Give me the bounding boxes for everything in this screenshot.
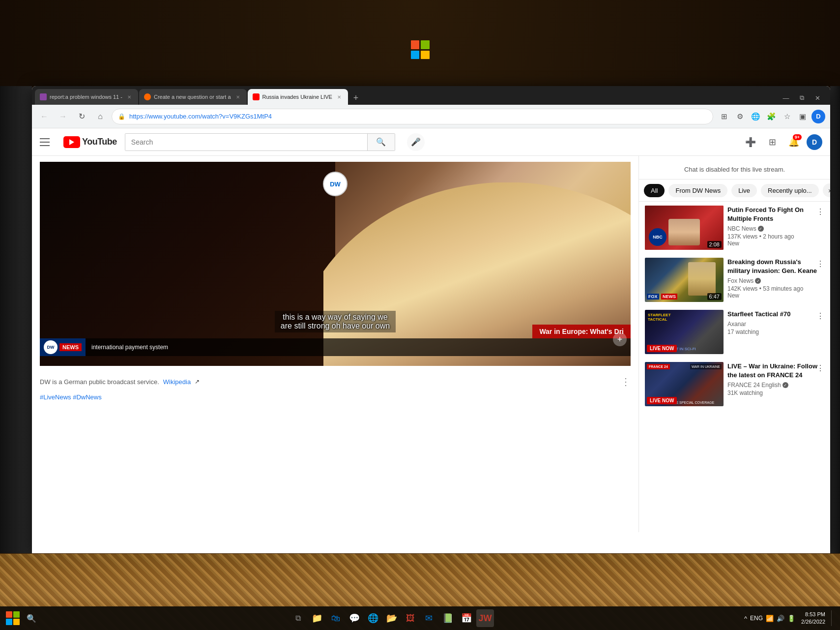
taskbar-language-icon: ENG <box>750 615 763 622</box>
hidden-icons-button[interactable]: ^ <box>744 615 747 622</box>
tab-2-close[interactable]: ✕ <box>234 93 242 101</box>
forward-button[interactable]: → <box>56 109 70 124</box>
filter-tabs: All From DW News Live Recently uplo... › <box>639 180 830 202</box>
wifi-icon[interactable]: 📶 <box>766 615 774 622</box>
minimize-button[interactable]: — <box>779 91 793 105</box>
video-description-bar: DW is a German public broadcast service.… <box>40 372 631 391</box>
taskbar-icon-store[interactable]: 🛍 <box>327 609 345 627</box>
win-logo-q3 <box>411 51 420 60</box>
extensions2-button[interactable]: 🧩 <box>764 110 778 123</box>
start-button[interactable] <box>4 609 22 627</box>
taskbar: 🔍 ⧉ 📁 🛍 💬 🌐 📂 🖼 ✉ 📗 📅 JW ^ ENG 📶 🔊 🔋 <box>0 606 840 630</box>
taskbar-icon-filemanager[interactable]: 📂 <box>383 609 401 627</box>
rec-channel-name-1: NBC News <box>727 225 756 232</box>
taskbar-icon-explorer[interactable]: 📁 <box>308 609 326 627</box>
apps-icon: ⊞ <box>769 137 776 148</box>
taskbar-icon-teams[interactable]: 💬 <box>346 609 363 627</box>
filter-next-button[interactable]: › <box>823 183 830 197</box>
youtube-logo[interactable]: YouTube <box>63 136 117 148</box>
new-tab-button[interactable]: + <box>349 91 363 105</box>
tab-1-close[interactable]: ✕ <box>125 93 133 101</box>
tab-1[interactable]: report:a problem windows 11 - ✕ <box>35 89 138 105</box>
start-q2 <box>13 611 20 618</box>
volume-icon[interactable]: 🔊 <box>777 615 784 622</box>
rec-item-france24[interactable]: FRANCE 24 WAR IN UKRAINE FOLLOW OUR LIVE… <box>639 358 830 410</box>
taskbar-search-button[interactable]: 🔍 <box>24 610 39 626</box>
video-add-button[interactable]: + <box>613 332 627 346</box>
filter-tab-all[interactable]: All <box>644 184 665 197</box>
filter-tab-recently[interactable]: Recently uplo... <box>761 184 819 197</box>
collections-button[interactable]: ▣ <box>796 110 810 123</box>
close-window-button[interactable]: ✕ <box>811 91 824 105</box>
rec-item-putin[interactable]: NBC 2:08 Putin Forced To Fight On Multip… <box>639 202 830 254</box>
tab-3[interactable]: Russia invades Ukraine LIVE ✕ <box>248 89 348 105</box>
wikipedia-link[interactable]: Wikipedia <box>163 378 191 386</box>
rec-more-button-1[interactable]: ⋮ <box>814 206 826 217</box>
home-button[interactable]: ⌂ <box>93 109 108 124</box>
filter-tab-from-dw[interactable]: From DW News <box>668 184 727 197</box>
win-logo-q4 <box>421 51 430 60</box>
taskbar-icon-jw[interactable]: JW <box>476 609 494 627</box>
france24-badge: WAR IN UKRAINE <box>690 364 722 369</box>
taskbar-icon-task-view[interactable]: ⧉ <box>290 609 307 627</box>
back-button[interactable]: ← <box>37 109 52 124</box>
rec-info-3: Starfleet Tactical #70 Axanar 17 watchin… <box>727 310 824 354</box>
voice-search-button[interactable]: 🎤 <box>407 133 425 151</box>
tab-2[interactable]: Create a new question or start a ✕ <box>139 89 247 105</box>
address-bar[interactable]: 🔒 https://www.youtube.com/watch?v=V9KZGs… <box>112 109 713 124</box>
rec-meta-2: 142K views • 53 minutes ago <box>727 285 824 292</box>
taskbar-icon-green[interactable]: 📗 <box>439 609 457 627</box>
taskbar-clock[interactable]: 8:53 PM 2/26/2022 <box>797 611 829 626</box>
win-logo-q1 <box>411 40 420 49</box>
keane-figure <box>688 262 716 296</box>
search-input[interactable] <box>125 134 367 150</box>
tab-3-favicon <box>253 93 260 100</box>
video-player[interactable]: DW War in Europe: What's Dri this is a w… <box>40 162 631 366</box>
rec-more-button-3[interactable]: ⋮ <box>814 310 826 322</box>
youtube-main: DW War in Europe: What's Dri this is a w… <box>32 156 830 532</box>
tab-3-title: Russia invades Ukraine LIVE <box>262 94 332 100</box>
notifications-button[interactable]: 🔔 9+ <box>785 133 803 151</box>
refresh-button[interactable]: ↻ <box>74 109 89 124</box>
rec-more-button-4[interactable]: ⋮ <box>814 362 826 374</box>
youtube-menu-button[interactable] <box>40 134 56 150</box>
rec-title-1: Putin Forced To Fight On Multiple Fronts <box>727 206 824 223</box>
rec-meta-1: 137K views • 2 hours ago <box>727 233 824 240</box>
taskbar-icon-edge[interactable]: 🌐 <box>364 609 382 627</box>
translate-button[interactable]: 🌐 <box>749 110 762 123</box>
notification-center-button[interactable] <box>831 610 836 626</box>
profile-button[interactable]: D <box>811 110 825 123</box>
rec-channel-4: FRANCE 24 English ✓ <box>727 382 824 389</box>
taskbar-icon-photos[interactable]: 🖼 <box>402 609 419 627</box>
extensions-button[interactable]: ⊞ <box>717 110 731 123</box>
taskbar-icon-calendar[interactable]: 📅 <box>458 609 475 627</box>
more-options-button[interactable]: ⋮ <box>621 376 631 388</box>
filter-tab-live[interactable]: Live <box>731 184 757 197</box>
hashtags[interactable]: #LiveNews #DwNews <box>40 391 631 403</box>
favorites-button[interactable]: ☆ <box>780 110 794 123</box>
laptop-base-right <box>830 86 840 554</box>
create-video-button[interactable]: ➕ <box>742 133 759 151</box>
taskbar-icon-mail[interactable]: ✉ <box>420 609 438 627</box>
user-avatar[interactable]: D <box>807 134 822 150</box>
browser-window: report:a problem windows 11 - ✕ Create a… <box>32 86 830 554</box>
verified-check-1: ✓ <box>758 226 764 232</box>
youtube-header: YouTube 🔍 🎤 ➕ ⊞ 🔔 9+ <box>32 128 830 156</box>
settings-button[interactable]: ⚙ <box>733 110 747 123</box>
tab-3-close[interactable]: ✕ <box>335 93 343 101</box>
apps-button[interactable]: ⊞ <box>763 133 781 151</box>
ticker-dw-circle: DW <box>44 340 58 354</box>
tab-1-title: report:a problem windows 11 - <box>50 94 122 100</box>
restore-button[interactable]: ⧉ <box>795 91 809 105</box>
video-description-text: DW is a German public broadcast service. <box>40 378 159 386</box>
rec-channel-name-2: Fox News <box>727 277 753 284</box>
youtube-search-bar[interactable]: 🔍 <box>125 133 395 151</box>
create-icon: ➕ <box>745 137 756 148</box>
rec-item-starfleet[interactable]: STARFLEET TACTICAL SPACE COMBAT IN SCI-F… <box>639 306 830 358</box>
nbc-logo: NBC <box>649 228 666 246</box>
search-button[interactable]: 🔍 <box>367 134 395 150</box>
rec-more-button-2[interactable]: ⋮ <box>814 258 826 270</box>
rec-item-fox[interactable]: FOX NEWS 6:47 Breaking down Russia's mil… <box>639 254 830 306</box>
notification-badge: 9+ <box>793 134 802 140</box>
taskbar-date-display: 2/26/2022 <box>801 618 825 626</box>
